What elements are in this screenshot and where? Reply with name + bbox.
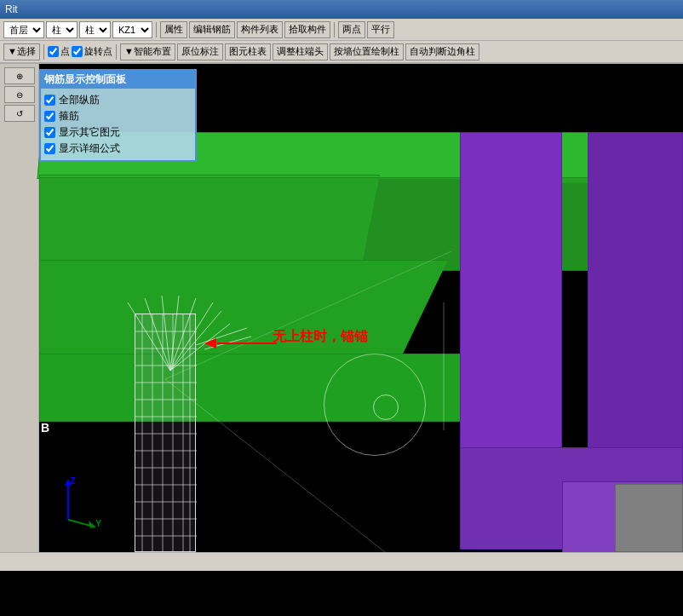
smart-layout-label: ▼智能布置 (124, 45, 171, 58)
auto-corner-btn[interactable]: 自动判断边角柱 (405, 43, 479, 60)
svg-text:Y: Y (95, 518, 102, 528)
draw-by-wall-label: 按墙位置绘制柱 (334, 45, 399, 58)
rotate-check[interactable]: 旋转点 (72, 45, 112, 58)
checkbox-stirrup[interactable]: 箍筋 (44, 108, 192, 124)
svg-text:Z: Z (70, 477, 76, 486)
auto-corner-label: 自动判断边角柱 (410, 45, 475, 58)
toolbar-row2: ▼选择 点 旋转点 ▼智能布置 原位标注 图元柱表 调整柱端头 按墙位置绘制柱 … (0, 41, 683, 63)
edit-rebar-label: 编辑钢筋 (193, 23, 231, 36)
select-btn[interactable]: ▼选择 (3, 43, 40, 60)
parallel-label: 平行 (371, 23, 390, 36)
smart-layout-btn[interactable]: ▼智能布置 (120, 43, 175, 60)
3d-scene: 无上柱时，锚锚 B 钢筋显示控制面板 全部纵筋 箍筋 显示其它图元 (0, 64, 683, 571)
small-circle-top (373, 394, 399, 420)
checkbox-all-longitudinal[interactable]: 全部纵筋 (44, 92, 192, 108)
svg-line-26 (170, 324, 230, 371)
title-text: Rit (5, 3, 18, 15)
property-btn[interactable]: 属性 (160, 21, 187, 38)
main-viewport: ⊕ ⊖ ↺ (0, 64, 683, 571)
purple-left-col (460, 132, 562, 490)
two-point-label: 两点 (342, 23, 361, 36)
column-table-label: 图元柱表 (229, 45, 267, 58)
pick-component-label: 拾取构件 (289, 23, 326, 36)
component-list-label: 构件列表 (241, 23, 278, 36)
two-point-btn[interactable]: 两点 (338, 21, 365, 38)
label-all-longitudinal: 全部纵筋 (59, 93, 100, 107)
adjust-end-label: 调整柱端头 (277, 45, 324, 58)
kz-select[interactable]: KZ1 (112, 21, 152, 38)
point-check[interactable]: 点 (48, 45, 70, 58)
component-list-btn[interactable]: 构件列表 (237, 21, 283, 38)
status-bar (0, 552, 683, 571)
separator1 (156, 22, 157, 37)
label-other-elements: 显示其它图元 (59, 125, 120, 140)
green-slab-layer (39, 177, 683, 271)
rebar-fan (85, 294, 255, 379)
label-detail-formula: 显示详细公式 (59, 141, 120, 156)
checkbox-stirrup-input[interactable] (44, 111, 55, 122)
checkbox-other-elements-input[interactable] (44, 127, 55, 138)
svg-line-25 (170, 311, 221, 371)
gray-box-br (615, 484, 683, 552)
in-place-label-text: 原位标注 (181, 45, 219, 58)
checkbox-other-elements[interactable]: 显示其它图元 (44, 124, 192, 141)
checkbox-detail-formula-input[interactable] (44, 143, 55, 154)
select-label: ▼选择 (8, 45, 36, 58)
property-label: 属性 (164, 23, 183, 36)
sep4 (116, 44, 117, 60)
in-place-label-btn[interactable]: 原位标注 (177, 43, 223, 60)
adjust-end-btn[interactable]: 调整柱端头 (273, 43, 328, 60)
sep3 (43, 44, 44, 60)
parallel-btn[interactable]: 平行 (367, 21, 394, 38)
control-panel-title: 钢筋显示控制面板 (41, 71, 195, 89)
checkbox-detail-formula[interactable]: 显示详细公式 (44, 141, 192, 157)
checkbox-all-longitudinal-input[interactable] (44, 95, 55, 106)
b-label: B (41, 421, 49, 435)
coord-axis: Z Y (51, 477, 102, 528)
column-table-btn[interactable]: 图元柱表 (225, 43, 271, 60)
separator2 (334, 22, 335, 37)
toolbar-row1: 首层 柱 柱 KZ1 属性 编辑钢筋 构件列表 拾取构件 两点 平行 (0, 19, 683, 41)
pick-component-btn[interactable]: 拾取构件 (284, 21, 330, 38)
axis-svg: Z Y (51, 477, 102, 528)
title-bar: Rit (0, 0, 683, 19)
draw-by-wall-btn[interactable]: 按墙位置绘制柱 (330, 43, 404, 60)
floor-select[interactable]: 首层 (3, 21, 44, 38)
element-type-select1[interactable]: 柱 (46, 21, 77, 38)
control-panel: 钢筋显示控制面板 全部纵筋 箍筋 显示其它图元 显示详细公式 (39, 69, 197, 162)
label-stirrup: 箍筋 (59, 109, 79, 124)
edit-rebar-btn[interactable]: 编辑钢筋 (189, 21, 235, 38)
element-type-select2[interactable]: 柱 (79, 21, 111, 38)
toolbar-area: 首层 柱 柱 KZ1 属性 编辑钢筋 构件列表 拾取构件 两点 平行 (0, 19, 683, 64)
